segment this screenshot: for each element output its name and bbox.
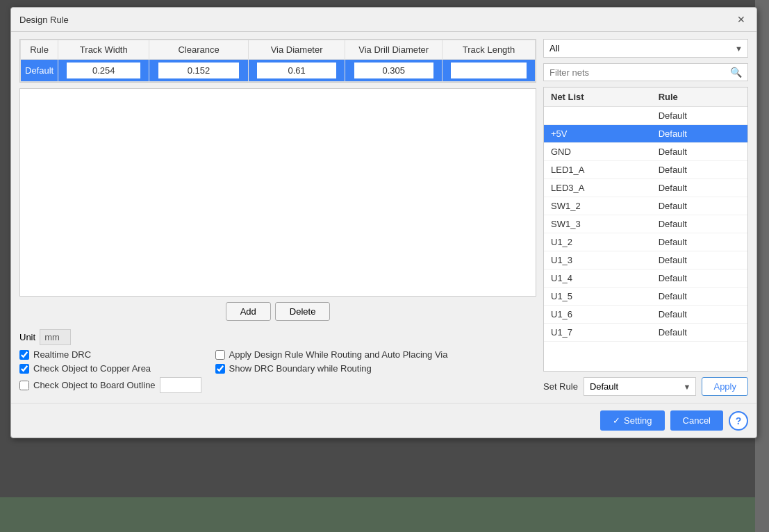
check-copper-item: Check Object to Copper Area (19, 363, 201, 374)
net-rule: Default (652, 251, 747, 269)
filter-nets-input[interactable] (549, 67, 726, 78)
check-board-item: Check Object to Board Outline (19, 377, 201, 393)
net-list-row[interactable]: LED3_A Default (544, 179, 747, 197)
net-list-row[interactable]: SW1_3 Default (544, 215, 747, 233)
check-copper-label: Check Object to Copper Area (33, 363, 151, 374)
net-list-row[interactable]: GND Default (544, 143, 747, 161)
close-button[interactable]: ✕ (734, 13, 748, 26)
col-header-clearance: Clearance (149, 40, 248, 60)
rules-table: Rule Track Width Clearance Via Diameter … (20, 40, 536, 82)
net-rule: Default (652, 288, 747, 306)
via-diameter-cell[interactable] (248, 60, 345, 82)
table-row[interactable]: Default (21, 60, 536, 82)
col-header-rule: Rule (21, 40, 58, 60)
show-drc-label: Show DRC Boundary while Routing (229, 363, 372, 374)
net-name: U1_7 (544, 324, 652, 342)
net-filter-dropdown[interactable]: All (543, 39, 748, 58)
bottom-controls: Unit Realtime DRC C (19, 326, 536, 396)
left-panel: Rule Track Width Clearance Via Diameter … (19, 39, 536, 396)
rule-select[interactable]: Default (584, 377, 697, 396)
right-panel: All ▼ 🔍 Net List (543, 39, 748, 396)
show-drc-item: Show DRC Boundary while Routing (215, 363, 448, 374)
apply-button[interactable]: Apply (702, 377, 748, 396)
net-name: U1_3 (544, 251, 652, 269)
net-list-row[interactable]: U1_7 Default (544, 324, 747, 342)
track-width-cell[interactable] (58, 60, 149, 82)
check-board-label: Check Object to Board Outline (33, 380, 156, 390)
via-drill-cell[interactable] (345, 60, 443, 82)
design-rule-dialog: Design Rule ✕ Rule Track Width Clearance (10, 7, 757, 438)
net-rule: Default (652, 179, 747, 197)
net-name: LED1_A (544, 161, 652, 179)
dialog-title: Design Rule (19, 15, 69, 25)
net-list-table: Net List Rule Default +5V Default GND De… (544, 88, 747, 342)
net-name: GND (544, 143, 652, 161)
net-list-row[interactable]: +5V Default (544, 125, 747, 143)
checkbox-group-left: Realtime DRC Check Object to Copper Area… (19, 349, 201, 393)
net-list-row[interactable]: U1_3 Default (544, 251, 747, 269)
net-filter-dropdown-wrapper: All ▼ (543, 39, 748, 58)
table-buttons: Add Delete (19, 302, 536, 321)
net-rule: Default (652, 125, 747, 143)
net-list-row[interactable]: U1_5 Default (544, 288, 747, 306)
net-list-row[interactable]: LED1_A Default (544, 161, 747, 179)
net-list-header-net: Net List (544, 88, 652, 107)
apply-design-rule-item: Apply Design Rule While Routing and Auto… (215, 349, 448, 360)
col-header-via-diameter: Via Diameter (248, 40, 345, 60)
net-rule: Default (652, 143, 747, 161)
check-copper-checkbox[interactable] (19, 364, 29, 374)
realtime-drc-label: Realtime DRC (33, 349, 91, 360)
net-rule: Default (652, 161, 747, 179)
show-drc-checkbox[interactable] (215, 364, 225, 374)
col-header-via-drill: Via Drill Diameter (345, 40, 443, 60)
net-rule: Default (652, 324, 747, 342)
net-list-row[interactable]: Default (544, 107, 747, 125)
board-outline-input[interactable] (160, 377, 201, 393)
net-name (544, 107, 652, 125)
check-board-checkbox[interactable] (19, 381, 29, 390)
title-bar: Design Rule ✕ (11, 8, 756, 32)
net-name: U1_4 (544, 269, 652, 288)
clearance-input[interactable] (158, 63, 239, 78)
realtime-drc-item: Realtime DRC (19, 349, 201, 360)
net-rule: Default (652, 107, 747, 125)
track-length-cell[interactable] (443, 60, 536, 82)
empty-rules-area (19, 88, 536, 297)
net-name: U1_5 (544, 288, 652, 306)
cancel-button[interactable]: Cancel (670, 410, 723, 431)
net-list-row[interactable]: U1_6 Default (544, 306, 747, 324)
net-list-row[interactable]: U1_4 Default (544, 269, 747, 288)
set-rule-row: Set Rule Default ▼ Apply (543, 377, 748, 396)
checkmark-icon: ✓ (613, 415, 620, 426)
action-buttons-row: ✓ Setting Cancel ? (11, 403, 756, 438)
rule-select-wrapper: Default ▼ (584, 377, 697, 396)
net-list-row[interactable]: U1_2 Default (544, 233, 747, 251)
track-width-input[interactable] (67, 63, 140, 78)
track-length-input[interactable] (451, 63, 527, 78)
via-drill-input[interactable] (354, 63, 433, 78)
realtime-drc-checkbox[interactable] (19, 350, 29, 360)
rule-name-cell: Default (21, 60, 58, 82)
net-list-container: Net List Rule Default +5V Default GND De… (543, 87, 748, 372)
net-list-row[interactable]: SW1_2 Default (544, 197, 747, 215)
apply-design-rule-label: Apply Design Rule While Routing and Auto… (229, 349, 448, 360)
net-rule: Default (652, 233, 747, 251)
setting-button[interactable]: ✓ Setting (600, 410, 664, 431)
add-button[interactable]: Add (226, 302, 271, 321)
search-icon: 🔍 (730, 67, 742, 78)
net-rule: Default (652, 215, 747, 233)
pcb-background (0, 497, 755, 532)
clearance-cell[interactable] (149, 60, 248, 82)
checkbox-row: Realtime DRC Check Object to Copper Area… (19, 349, 536, 393)
unit-input[interactable] (40, 329, 71, 345)
net-name: SW1_3 (544, 215, 652, 233)
checkbox-group-right: Apply Design Rule While Routing and Auto… (215, 349, 448, 393)
net-rule: Default (652, 306, 747, 324)
net-name: U1_6 (544, 306, 652, 324)
help-button[interactable]: ? (729, 411, 748, 431)
net-name: SW1_2 (544, 197, 652, 215)
via-diameter-input[interactable] (257, 63, 336, 78)
apply-design-rule-checkbox[interactable] (215, 350, 225, 360)
delete-button[interactable]: Delete (275, 302, 331, 321)
net-name: LED3_A (544, 179, 652, 197)
